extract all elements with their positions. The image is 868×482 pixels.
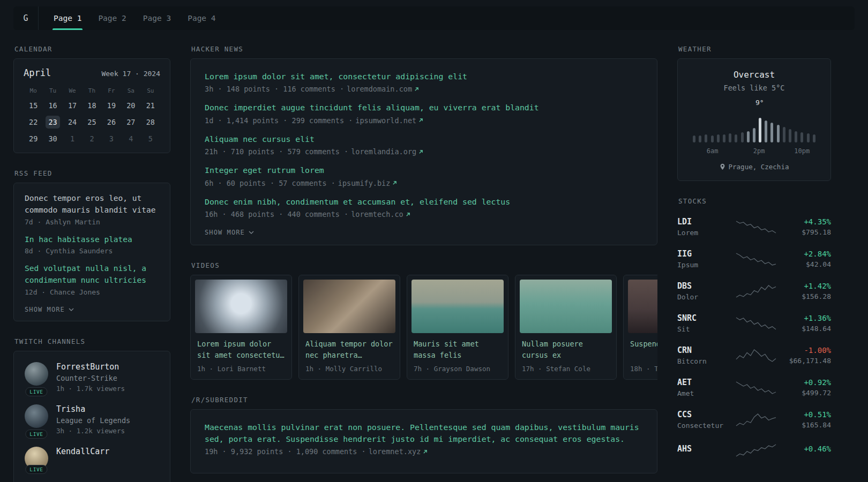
rss-item-title[interactable]: Donec tempor eros leo, ut commodo mauris… bbox=[25, 193, 159, 216]
weather-widget: WEATHER Overcast Feels like 5°C 9° 6am 2… bbox=[677, 45, 831, 181]
weather-card: Overcast Feels like 5°C 9° 6am 2pm 10pm … bbox=[677, 58, 831, 181]
stock-row[interactable]: SNRC Sit +1.36% $148.64 bbox=[677, 307, 831, 339]
stock-sparkline bbox=[735, 315, 780, 331]
hn-post-meta: 21h · 710 points · 579 comments · loreml… bbox=[205, 147, 643, 156]
calendar-day-header: Mo bbox=[30, 86, 37, 95]
weather-feels-like: Feels like 5°C bbox=[687, 84, 821, 92]
rss-item-meta: 12d · Chance Jones bbox=[25, 288, 159, 296]
stock-price: $795.18 bbox=[780, 228, 831, 236]
rss-card: Donec tempor eros leo, ut commodo mauris… bbox=[13, 183, 170, 321]
subreddit-post-domain-link[interactable]: loremnet.xyz bbox=[369, 447, 428, 456]
stock-sparkline bbox=[735, 283, 780, 299]
location-pin-icon bbox=[720, 163, 725, 170]
video-title[interactable]: Aliquam tempor dolor nec pharetra… bbox=[305, 338, 393, 361]
stock-sparkline bbox=[735, 251, 780, 267]
weather-bar-chart bbox=[693, 116, 815, 142]
subreddit-post-title[interactable]: Maecenas mollis pulvinar erat non posuer… bbox=[205, 421, 643, 445]
show-more-label: SHOW MORE bbox=[25, 306, 65, 313]
hn-post-domain: ipsumworld.net bbox=[355, 116, 416, 125]
hn-post-title[interactable]: Donec enim nibh, condimentum et accumsan… bbox=[205, 196, 643, 207]
subreddit-widget: /R/SUBREDDIT Maecenas mollis pulvinar er… bbox=[190, 396, 657, 473]
stock-row[interactable]: IIG Ipsum +2.84% $42.04 bbox=[677, 243, 831, 275]
stock-name: Sit bbox=[677, 325, 735, 333]
video-title[interactable]: Lorem ipsum dolor sit amet consectetu… bbox=[197, 338, 285, 361]
rss-item-meta: 7d · Ashlyn Martin bbox=[25, 218, 159, 226]
hn-post-title[interactable]: Aliquam nec cursus elit bbox=[205, 133, 643, 145]
tab-page-2[interactable]: Page 2 bbox=[97, 6, 127, 30]
stock-row[interactable]: DBS Dolor +1.42% $156.28 bbox=[677, 275, 831, 307]
hn-post-domain-link[interactable]: loremlandia.org bbox=[351, 147, 423, 156]
calendar-card: April Week 17 · 2024 Mo Tu We Th Fr Sa S… bbox=[13, 58, 170, 153]
video-title[interactable]: Nullam posuere cursus ex bbox=[522, 338, 610, 361]
calendar-date: 5 bbox=[143, 132, 158, 145]
twitch-channel[interactable]: LIVE ForrestBurton Counter-Strike 1h · 1… bbox=[25, 362, 159, 393]
weather-location-label: Prague, Czechia bbox=[729, 163, 789, 171]
hn-post: Donec imperdiet augue tincidunt felis al… bbox=[205, 102, 643, 124]
hn-post-title[interactable]: Integer eget rutrum lorem bbox=[205, 164, 643, 176]
stock-sparkline bbox=[735, 219, 780, 235]
weather-bar bbox=[699, 135, 701, 142]
stock-row[interactable]: LDI Lorem +4.35% $795.18 bbox=[677, 210, 831, 243]
stock-name: Amet bbox=[677, 389, 735, 397]
tab-page-1[interactable]: Page 1 bbox=[53, 6, 83, 30]
hackernews-widget: HACKER NEWS Lorem ipsum dolor sit amet, … bbox=[190, 45, 657, 245]
twitch-channel[interactable]: LIVE Trisha League of Legends 3h · 1.2k … bbox=[25, 404, 159, 435]
videos-widget: VIDEOS Lorem ipsum dolor sit amet consec… bbox=[190, 261, 657, 380]
video-title[interactable]: Suspendisse diam bbox=[630, 338, 657, 361]
calendar-day-header: Th bbox=[88, 86, 95, 95]
calendar-date: 24 bbox=[65, 116, 80, 129]
external-link-icon bbox=[414, 87, 419, 92]
tab-page-4[interactable]: Page 4 bbox=[186, 6, 216, 30]
weather-chart: 9° bbox=[693, 97, 815, 142]
calendar-day-header: Tu bbox=[49, 86, 56, 95]
stock-row[interactable]: CCS Consectetur +0.51% $165.84 bbox=[677, 403, 831, 435]
video-thumbnail[interactable] bbox=[520, 280, 612, 333]
right-column: WEATHER Overcast Feels like 5°C 9° 6am 2… bbox=[677, 45, 831, 480]
hn-post-domain-link[interactable]: loremdomain.com bbox=[347, 85, 419, 93]
video-thumbnail[interactable] bbox=[303, 280, 395, 333]
tab-page-3[interactable]: Page 3 bbox=[142, 6, 172, 30]
video-title[interactable]: Mauris sit amet massa felis bbox=[414, 338, 502, 361]
stock-values: +4.35% $795.18 bbox=[780, 217, 831, 236]
channel-avatar bbox=[25, 404, 48, 428]
rss-item-title[interactable]: Sed volutpat nulla nisl, a condimentum n… bbox=[25, 263, 159, 287]
stock-values: +1.42% $156.28 bbox=[780, 282, 831, 300]
calendar-day-header: Fr bbox=[108, 86, 115, 95]
video-thumbnail[interactable] bbox=[195, 280, 287, 333]
video-card: Lorem ipsum dolor sit amet consectetu… 1… bbox=[190, 275, 292, 380]
stock-name: Lorem bbox=[677, 229, 735, 237]
hn-post-stats: 16h · 468 points · 440 comments · bbox=[205, 210, 348, 219]
stock-row[interactable]: CRN Bitcorn -1.00% $66,171.48 bbox=[677, 339, 831, 371]
video-thumbnail[interactable] bbox=[628, 280, 657, 333]
hn-show-more-button[interactable]: SHOW MORE bbox=[205, 229, 254, 236]
video-meta: 17h · Stefan Cole bbox=[522, 365, 610, 373]
section-title-twitch: TWITCH CHANNELS bbox=[14, 337, 170, 345]
stock-sparkline bbox=[735, 379, 780, 395]
stock-price: $499.72 bbox=[780, 389, 831, 397]
rss-item: Sed volutpat nulla nisl, a condimentum n… bbox=[25, 263, 159, 296]
hn-post-title[interactable]: Donec imperdiet augue tincidunt felis al… bbox=[205, 102, 643, 113]
rss-show-more-button[interactable]: SHOW MORE bbox=[25, 306, 74, 313]
stock-price: $148.64 bbox=[780, 325, 831, 333]
hn-post-domain-link[interactable]: loremtech.co bbox=[351, 210, 410, 219]
weather-time-label: 6am bbox=[707, 147, 719, 155]
stock-row[interactable]: AHS +0.46% bbox=[677, 435, 831, 464]
video-thumbnail[interactable] bbox=[411, 280, 504, 333]
hn-post-domain-link[interactable]: ipsumify.biz bbox=[338, 179, 398, 187]
hn-post: Aliquam nec cursus elit 21h · 710 points… bbox=[205, 133, 643, 156]
calendar-date: 25 bbox=[85, 116, 99, 129]
subreddit-post: Maecenas mollis pulvinar erat non posuer… bbox=[205, 421, 643, 456]
section-title-subreddit: /R/SUBREDDIT bbox=[191, 396, 657, 404]
section-title-calendar: CALENDAR bbox=[14, 45, 170, 53]
hn-post-title[interactable]: Lorem ipsum dolor sit amet, consectetur … bbox=[205, 71, 643, 82]
twitch-channel[interactable]: LIVE KendallCarr bbox=[25, 447, 159, 470]
weather-bar bbox=[741, 132, 744, 142]
stock-row[interactable]: AET Amet +0.92% $499.72 bbox=[677, 371, 831, 403]
hn-post-domain-link[interactable]: ipsumworld.net bbox=[355, 116, 423, 125]
rss-item-title[interactable]: In hac habitasse platea bbox=[25, 234, 159, 246]
weather-bar bbox=[765, 120, 767, 142]
app-logo: G bbox=[13, 6, 39, 30]
stock-id: LDI Lorem bbox=[677, 217, 735, 237]
hn-post-meta: 3h · 148 points · 116 comments · loremdo… bbox=[205, 85, 643, 93]
hn-post-stats: 1d · 1,414 points · 299 comments · bbox=[205, 116, 353, 125]
